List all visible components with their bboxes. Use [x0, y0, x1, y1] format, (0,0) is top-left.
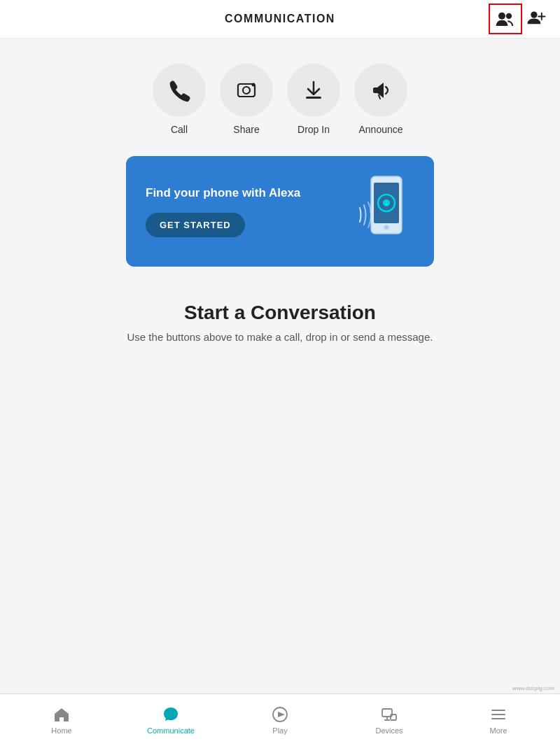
nav-communicate[interactable]: Communicate: [116, 705, 225, 735]
nav-home-label: Home: [51, 726, 71, 735]
svg-point-7: [252, 83, 255, 87]
watermark: www.docpig.com: [512, 685, 554, 691]
nav-communicate-label: Communicate: [147, 726, 195, 735]
contacts-button[interactable]: [489, 3, 522, 34]
get-started-button[interactable]: GET STARTED: [146, 213, 245, 237]
announce-button[interactable]: Announce: [354, 64, 407, 135]
share-icon-circle: [220, 64, 273, 117]
banner-title: Find your phone with Alexa: [146, 186, 300, 200]
main-content: Call Share Drop In: [0, 38, 560, 694]
conversation-subtitle: Use the buttons above to make a call, dr…: [127, 331, 433, 343]
call-label: Call: [171, 124, 188, 135]
nav-more[interactable]: More: [444, 705, 553, 735]
svg-point-12: [383, 199, 390, 206]
conversation-section: Start a Conversation Use the buttons abo…: [99, 302, 461, 343]
nav-devices-label: Devices: [375, 726, 402, 735]
announce-icon-circle: [354, 64, 407, 117]
banner-content: Find your phone with Alexa GET STARTED: [146, 186, 300, 237]
nav-home[interactable]: Home: [7, 705, 116, 735]
nav-devices[interactable]: Devices: [335, 705, 444, 735]
svg-point-1: [506, 13, 512, 19]
phone-illustration: [358, 173, 414, 250]
conversation-title: Start a Conversation: [184, 302, 376, 324]
bottom-navigation: Home Communicate Play Devices More: [0, 694, 560, 746]
call-button[interactable]: Call: [153, 64, 206, 135]
nav-more-label: More: [489, 726, 507, 735]
nav-play-label: Play: [272, 726, 287, 735]
action-buttons-row: Call Share Drop In: [153, 64, 407, 135]
announce-label: Announce: [358, 124, 402, 135]
drop-in-button[interactable]: Drop In: [287, 64, 340, 135]
svg-point-2: [531, 11, 537, 17]
nav-play[interactable]: Play: [225, 705, 335, 735]
share-label: Share: [233, 124, 259, 135]
drop-in-icon-circle: [287, 64, 340, 117]
header: COMMUNICATION: [0, 0, 560, 38]
drop-in-label: Drop In: [298, 124, 330, 135]
header-actions: [489, 3, 546, 34]
add-contacts-button[interactable]: [526, 8, 546, 30]
call-icon-circle: [153, 64, 206, 117]
svg-marker-15: [278, 712, 285, 717]
svg-point-0: [498, 13, 505, 20]
find-phone-banner: Find your phone with Alexa GET STARTED: [126, 156, 434, 267]
share-button[interactable]: Share: [220, 64, 273, 135]
page-title: COMMUNICATION: [225, 13, 335, 25]
svg-point-6: [243, 87, 250, 94]
svg-point-13: [384, 225, 389, 230]
svg-rect-8: [306, 97, 321, 99]
